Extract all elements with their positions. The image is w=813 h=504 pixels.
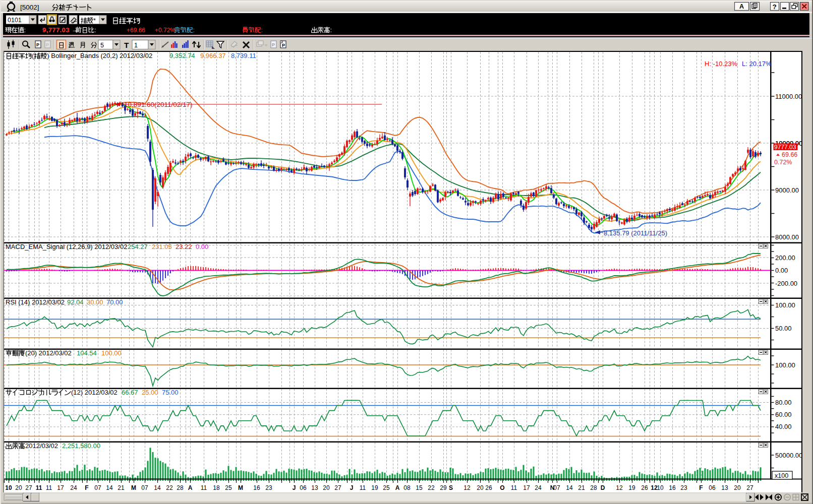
svg-text:2,251,580.00: 2,251,580.00 <box>62 442 100 450</box>
svg-text:P: P <box>272 42 275 47</box>
svg-text:12: 12 <box>616 484 623 491</box>
svg-text:25: 25 <box>383 484 390 491</box>
svg-text:08: 08 <box>403 484 411 491</box>
svg-text:25.00: 25.00 <box>142 389 158 396</box>
svg-text:+69.66: +69.66 <box>127 27 145 34</box>
svg-text:16: 16 <box>669 484 676 491</box>
svg-text:D: D <box>601 484 605 491</box>
svg-text:A: A <box>395 484 400 491</box>
svg-text:A: A <box>739 3 744 10</box>
svg-text:30.00: 30.00 <box>87 298 103 306</box>
svg-text:23: 23 <box>265 484 272 491</box>
svg-text:17: 17 <box>57 484 64 491</box>
svg-text:S: S <box>449 484 453 491</box>
svg-text:66.67: 66.67 <box>122 389 138 396</box>
svg-text:92.04: 92.04 <box>67 298 84 306</box>
svg-text:) Bollinger_Bands (20,2) 2012/: ) Bollinger_Bands (20,2) 2012/03/02 <box>47 52 152 59</box>
svg-text::: : <box>94 27 96 34</box>
svg-text:M: M <box>131 484 136 491</box>
svg-text:(12) 2012/03/02: (12) 2012/03/02 <box>71 389 118 396</box>
svg-text:T: T <box>124 41 129 49</box>
svg-text:11: 11 <box>360 484 366 491</box>
svg-text:-10.23%: -10.23% <box>713 60 738 68</box>
svg-text:0101: 0101 <box>8 17 22 24</box>
svg-text:11: 11 <box>511 484 517 491</box>
svg-text:16: 16 <box>253 484 260 491</box>
svg-text:P: P <box>282 43 285 48</box>
svg-text:07: 07 <box>553 484 560 491</box>
svg-text:9,777.03: 9,777.03 <box>42 26 70 34</box>
svg-text:06: 06 <box>709 484 716 491</box>
svg-text:0.00: 0.00 <box>196 243 208 250</box>
svg-text:24: 24 <box>70 484 77 491</box>
svg-text:11: 11 <box>36 484 42 491</box>
svg-text::: : <box>24 27 26 34</box>
svg-text:13: 13 <box>721 484 728 491</box>
svg-text:-200.00: -200.00 <box>775 280 797 287</box>
svg-text:06: 06 <box>300 484 307 491</box>
svg-text:100.00: 100.00 <box>101 349 122 357</box>
svg-text:22: 22 <box>166 484 173 491</box>
svg-text:J: J <box>293 484 296 491</box>
svg-text:19: 19 <box>628 484 635 491</box>
svg-text:104.54: 104.54 <box>77 349 97 357</box>
svg-text:24: 24 <box>535 484 542 491</box>
svg-text:60.00: 60.00 <box>775 411 792 418</box>
svg-text:23.22: 23.22 <box>176 243 192 250</box>
svg-text:11: 11 <box>201 484 207 491</box>
svg-text:19: 19 <box>371 484 378 491</box>
svg-text:P: P <box>36 42 39 47</box>
svg-text:100.00: 100.00 <box>775 301 795 309</box>
svg-text:100.00: 100.00 <box>775 361 795 369</box>
svg-text:J: J <box>350 484 354 491</box>
svg-text:14: 14 <box>106 484 113 491</box>
svg-text:5: 5 <box>100 42 104 49</box>
svg-text:28: 28 <box>590 484 597 491</box>
svg-text:21: 21 <box>578 484 585 491</box>
svg-text::: : <box>193 27 195 34</box>
svg-text:0.00: 0.00 <box>775 267 788 274</box>
svg-text:254.27: 254.27 <box>128 243 148 250</box>
svg-text:75.00: 75.00 <box>162 389 179 396</box>
svg-text:F: F <box>699 484 703 491</box>
svg-text:L: 20.17%: L: 20.17% <box>742 60 772 68</box>
svg-text:27: 27 <box>334 484 341 491</box>
svg-text:70.00: 70.00 <box>106 298 123 306</box>
svg-text:+0.72%: +0.72% <box>155 27 176 34</box>
svg-text:15: 15 <box>416 484 423 491</box>
svg-text:H:: H: <box>705 60 711 68</box>
svg-text:23: 23 <box>680 484 687 491</box>
svg-text:P: P <box>46 42 49 47</box>
svg-text:MACD_EMA_Signal (12,26,9) 2012: MACD_EMA_Signal (12,26,9) 2012/03/02 <box>6 243 127 250</box>
svg-text:26: 26 <box>485 484 492 491</box>
svg-text:69.66: 69.66 <box>782 151 797 158</box>
svg-text:F: F <box>85 484 88 491</box>
svg-text:18: 18 <box>213 484 220 491</box>
svg-text:A: A <box>188 484 193 491</box>
svg-text:07: 07 <box>141 484 148 491</box>
svg-text:20: 20 <box>477 484 484 491</box>
svg-text:x100: x100 <box>775 472 788 479</box>
svg-text:22: 22 <box>428 484 435 491</box>
svg-text:9,352.74: 9,352.74 <box>169 52 195 59</box>
svg-text:20: 20 <box>15 484 22 491</box>
svg-text:07: 07 <box>94 484 101 491</box>
svg-text:11: 11 <box>46 484 52 491</box>
svg-text::: : <box>261 27 263 34</box>
svg-text:?: ? <box>773 3 777 11</box>
svg-text:O: O <box>500 484 504 491</box>
svg-text:50.00: 50.00 <box>775 325 792 332</box>
svg-text:200.00: 200.00 <box>775 254 795 262</box>
svg-text:8,739.11: 8,739.11 <box>231 52 256 59</box>
svg-text:9000.00: 9000.00 <box>775 186 799 194</box>
svg-text:231.05: 231.05 <box>152 243 172 250</box>
svg-text:13: 13 <box>311 484 318 491</box>
svg-text:12: 12 <box>463 484 471 491</box>
svg-text:25: 25 <box>225 484 232 491</box>
svg-text:9,966.37: 9,966.37 <box>200 52 226 59</box>
svg-text:[5002]: [5002] <box>20 4 39 11</box>
svg-text:27: 27 <box>746 484 753 491</box>
svg-text:8000.00: 8000.00 <box>775 233 799 241</box>
svg-text:RSI (14) 2012/03/02: RSI (14) 2012/03/02 <box>6 298 65 306</box>
svg-text:(: ( <box>32 52 34 59</box>
